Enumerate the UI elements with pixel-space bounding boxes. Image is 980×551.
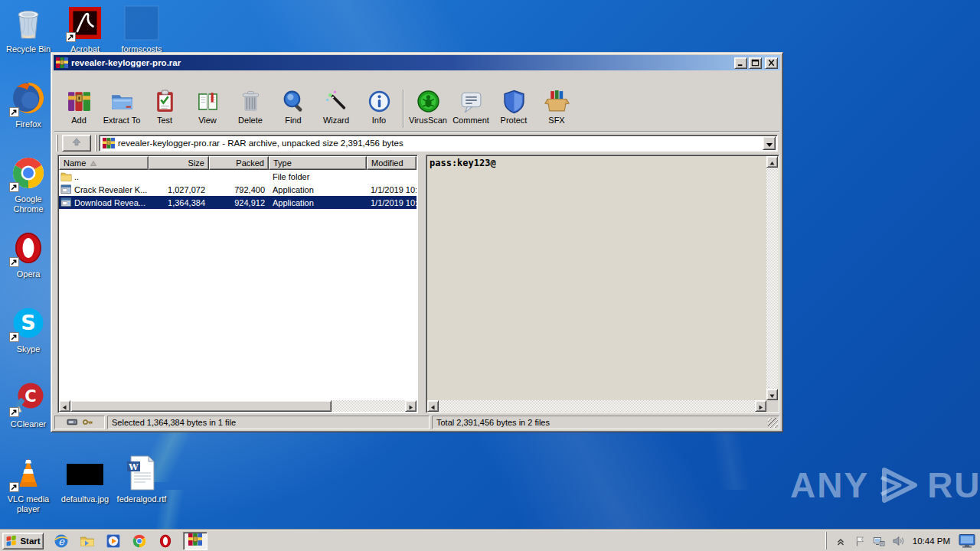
info-icon	[367, 89, 392, 114]
column-header-type[interactable]: Type	[269, 156, 367, 170]
address-text: revealer-keylogger-pro.rar - RAR archive…	[118, 139, 763, 148]
file-type: File folder	[269, 172, 367, 181]
toolbar-button-extract-to[interactable]: Extract To	[100, 86, 143, 131]
anyrun-watermark: ANY RUN	[790, 464, 980, 507]
panel-splitter[interactable]	[420, 155, 424, 413]
menu-item[interactable]	[76, 78, 87, 80]
desktop-icon-google-chrome[interactable]: Google Chrome	[2, 153, 55, 214]
toolbar-button-delete[interactable]: Delete	[229, 86, 272, 131]
flag-icon	[854, 535, 866, 547]
file-name: Download Revea...	[74, 198, 145, 207]
maximize-button[interactable]	[749, 57, 762, 69]
toolbar-button-find[interactable]: Find	[272, 86, 315, 131]
comment-horizontal-scrollbar[interactable]	[427, 400, 766, 412]
column-header-size[interactable]: Size	[149, 156, 209, 170]
svg-text:W: W	[128, 462, 139, 472]
add-archive-icon	[67, 89, 92, 114]
toolbar-button-virusscan[interactable]: VirusScan	[407, 86, 449, 131]
column-header-modified[interactable]: Modified	[367, 156, 416, 170]
status-bar: Selected 1,364,384 bytes in 1 file Total…	[54, 416, 779, 429]
desktop-icon-acrobat[interactable]: Acrobat	[58, 3, 112, 54]
comment-vertical-scrollbar[interactable]	[766, 156, 778, 400]
quick-launch-button[interactable]	[79, 533, 96, 549]
toolbar-button-sfx[interactable]: SFX	[535, 86, 578, 131]
disk-icon	[67, 417, 78, 429]
quick-launch-button[interactable]	[131, 533, 148, 549]
scroll-left-button[interactable]	[427, 400, 439, 412]
toolbar-gripper	[95, 135, 97, 152]
quick-launch-button[interactable]	[157, 533, 174, 549]
scroll-up-button[interactable]	[766, 156, 778, 168]
arrow-right-icon	[408, 399, 413, 413]
up-directory-button[interactable]	[62, 135, 91, 152]
toolbar-button-wizard[interactable]: Wizard	[315, 86, 358, 131]
column-header-name[interactable]: Name	[59, 156, 149, 170]
arrow-left-icon	[62, 399, 67, 413]
recycle-bin-icon	[10, 5, 47, 41]
file-packed: 792,400	[209, 185, 269, 194]
menu-item[interactable]	[65, 78, 76, 80]
taskbar-button-winrar[interactable]	[183, 532, 207, 550]
menu-item[interactable]	[97, 78, 108, 80]
desktop-icon-vlc-media-player[interactable]: VLC media player	[2, 453, 55, 514]
desktop-icon-ccleaner[interactable]: C CCleaner	[2, 378, 55, 429]
desktop-icon-label: Firefox	[2, 119, 55, 129]
tray-icon[interactable]	[892, 535, 904, 547]
taskbar: Start e 10:44 PM	[0, 530, 980, 551]
tray-icon[interactable]	[854, 535, 866, 547]
quick-launch-button[interactable]	[105, 533, 122, 549]
tray-icon[interactable]	[873, 535, 885, 547]
desktop-icon-label: Opera	[2, 269, 55, 279]
watermark-any: ANY	[790, 465, 869, 506]
chrome-icon	[132, 533, 147, 549]
address-dropdown-button[interactable]	[763, 136, 776, 150]
minimize-button[interactable]	[734, 57, 747, 69]
desktop-icon-formscosts[interactable]: formscosts	[115, 3, 168, 54]
scroll-right-button[interactable]	[755, 400, 766, 412]
desktop-icon-skype[interactable]: S Skype	[2, 303, 55, 354]
shortcut-arrow-icon	[9, 332, 19, 342]
status-icons-cell	[54, 416, 105, 429]
column-header-packed[interactable]: Packed	[209, 156, 269, 170]
word-doc-icon: W	[123, 455, 160, 491]
toolbar-button-info[interactable]: Info	[358, 86, 400, 131]
scroll-left-button[interactable]	[59, 400, 70, 412]
desktop-icon-firefox[interactable]: Firefox	[2, 78, 55, 129]
tray-icon[interactable]	[835, 535, 847, 547]
scrollbar-thumb[interactable]	[70, 400, 332, 412]
desktop-icon-defaultva-jpg[interactable]: defaultva.jpg	[58, 453, 112, 504]
address-bar[interactable]: revealer-keylogger-pro.rar - RAR archive…	[99, 135, 778, 152]
desktop-icon-federalgod-rtf[interactable]: W federalgod.rtf	[115, 453, 168, 504]
file-list-horizontal-scrollbar[interactable]	[59, 400, 416, 412]
title-bar[interactable]: revealer-keylogger-pro.rar	[54, 55, 780, 70]
file-row[interactable]: .. File folder	[59, 170, 416, 183]
quick-launch-button[interactable]: e	[53, 533, 70, 549]
toolbar-button-comment[interactable]: Comment	[449, 86, 492, 131]
show-desktop-button[interactable]	[959, 533, 977, 549]
shortcut-arrow-icon	[9, 107, 19, 117]
menu-item[interactable]	[87, 78, 97, 80]
taskbar-clock[interactable]: 10:44 PM	[911, 536, 952, 546]
scroll-down-button[interactable]	[766, 389, 778, 400]
minimize-icon	[737, 56, 745, 70]
file-row[interactable]: Crack Revealer K... 1,027,072 792,400 Ap…	[59, 183, 416, 196]
start-button[interactable]: Start	[2, 533, 44, 549]
anyrun-logo-icon	[874, 464, 923, 507]
file-row[interactable]: Download Revea... 1,364,384 924,912 Appl…	[59, 196, 416, 209]
desktop-icon-recycle-bin[interactable]: Recycle Bin	[2, 3, 55, 54]
toolbar-button-view[interactable]: View	[186, 86, 229, 131]
file-list-panel: Name Size Packed Type Modified .. File f…	[57, 155, 418, 413]
close-button[interactable]	[765, 57, 778, 69]
toolbar-button-protect[interactable]: Protect	[492, 86, 535, 131]
scroll-right-button[interactable]	[405, 400, 416, 412]
toolbar-button-test[interactable]: Test	[143, 86, 186, 131]
desktop-icon-opera[interactable]: Opera	[2, 228, 55, 279]
status-selected: Selected 1,364,384 bytes in 1 file	[107, 416, 430, 429]
resize-grip[interactable]	[768, 418, 778, 428]
test-clipboard-icon	[152, 89, 178, 114]
winrar-icon	[103, 137, 115, 149]
menu-item[interactable]	[54, 78, 65, 80]
toolbar-button-add[interactable]: Add	[57, 86, 100, 131]
internet-explorer-icon: e	[54, 533, 69, 549]
menu-item[interactable]	[108, 78, 119, 80]
